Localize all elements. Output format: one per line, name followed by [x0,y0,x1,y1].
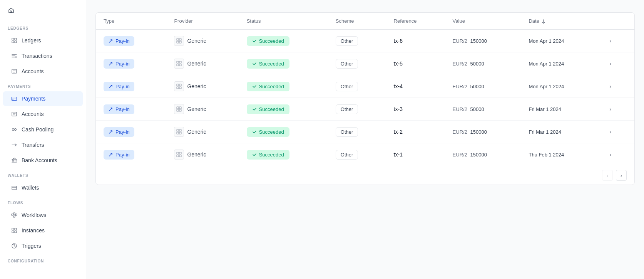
cell-value-4: EUR/2 150000 [445,121,521,143]
provider-icon-5 [174,150,184,160]
cell-status-2: Succeeded [239,75,328,98]
currency-1: EUR/2 [453,61,467,67]
svg-rect-39 [177,132,179,134]
sidebar-item-accounts-payments[interactable]: Accounts [3,107,83,121]
prev-page-button[interactable]: ‹ [602,170,613,181]
status-badge-3: Succeeded [247,104,289,114]
svg-rect-33 [177,107,179,109]
pay-in-badge-2: Pay-in [104,82,134,91]
sidebar-item-ledgers[interactable]: Ledgers [3,33,83,48]
date-sort[interactable]: Date [529,18,545,24]
sidebar-item-transactions[interactable]: Transactions [3,49,83,63]
svg-rect-2 [15,38,17,40]
col-reference: Reference [386,13,445,30]
col-provider: Provider [166,13,239,30]
cell-provider-3: Generic [166,98,239,121]
workflows-icon [11,212,18,218]
cell-action-2: › [599,75,634,98]
table-row: Pay-in Generic [96,98,634,121]
home-icon [8,7,15,14]
triggers-label: Triggers [22,243,41,249]
section-ledgers: LEDGERS [0,21,86,33]
cell-type-5: Pay-in [96,143,166,166]
svg-rect-27 [177,64,179,66]
svg-rect-16 [12,228,14,230]
ledgers-icon [11,37,18,44]
svg-rect-24 [179,41,181,43]
sidebar: LEDGERS Ledgers Transactions [0,0,86,279]
amount-0: 150000 [470,38,487,44]
cell-status-1: Succeeded [239,52,328,75]
cell-date-5: Thu Feb 1 2024 [521,143,599,166]
row-detail-button-1[interactable]: › [606,59,614,68]
provider-name-5: Generic [187,151,206,158]
transactions-icon [11,52,18,59]
sidebar-item-triggers[interactable]: Triggers [3,239,83,253]
cell-action-0: › [599,30,634,52]
row-detail-button-5[interactable]: › [606,150,614,159]
cell-reference-3: tx-3 [386,98,445,121]
cell-reference-1: tx-5 [386,52,445,75]
svg-rect-44 [179,155,181,157]
row-detail-button-3[interactable]: › [606,104,614,114]
cell-status-5: Succeeded [239,143,328,166]
pay-in-badge-4: Pay-in [104,127,134,137]
pay-in-badge-1: Pay-in [104,59,134,69]
svg-point-10 [15,129,17,131]
pay-in-badge-3: Pay-in [104,104,134,114]
cell-action-4: › [599,121,634,143]
accounts-icon [11,68,18,75]
sidebar-item-payments[interactable]: Payments [3,91,83,106]
cell-provider-5: Generic [166,143,239,166]
row-detail-button-0[interactable]: › [606,36,614,45]
table-body: Pay-in Generic [96,30,634,166]
instances-label: Instances [22,227,45,234]
svg-rect-26 [179,61,181,63]
sidebar-item-cash-pooling[interactable]: Cash Pooling [3,122,83,137]
workflows-label: Workflows [22,212,46,218]
next-page-button[interactable]: › [616,170,627,181]
cashpooling-icon [11,126,18,133]
sidebar-item-instances[interactable]: Instances [3,223,83,238]
cell-action-3: › [599,98,634,121]
svg-rect-4 [15,41,17,43]
cell-type-4: Pay-in [96,121,166,143]
cell-action-1: › [599,52,634,75]
status-badge-5: Succeeded [247,150,289,160]
triggers-icon [11,242,18,249]
svg-point-9 [12,129,14,131]
svg-rect-25 [177,61,179,63]
svg-rect-17 [15,228,17,230]
table-row: Pay-in Generic [96,52,634,75]
pagination: ‹ › [96,166,634,185]
col-scheme: Scheme [328,13,386,30]
sidebar-item-overview[interactable] [0,0,86,21]
col-value: Value [445,13,521,30]
cell-status-3: Succeeded [239,98,328,121]
sidebar-item-workflows[interactable]: Workflows [3,208,83,222]
section-payments: PAYMENTS [0,79,86,91]
row-detail-button-2[interactable]: › [606,82,614,91]
currency-5: EUR/2 [453,152,467,158]
pay-in-badge-0: Pay-in [104,36,134,46]
payments-icon [11,95,18,102]
col-date[interactable]: Date [521,13,599,30]
svg-rect-28 [179,64,181,66]
svg-rect-36 [179,109,181,111]
col-type: Type [96,13,166,30]
table-row: Pay-in Generic [96,75,634,98]
svg-rect-8 [12,112,17,116]
sidebar-item-bank-accounts[interactable]: Bank Accounts [3,153,83,168]
sidebar-item-transfers[interactable]: Transfers [3,138,83,152]
cell-scheme-4: Other [328,121,386,143]
row-detail-button-4[interactable]: › [606,127,614,136]
cell-action-5: › [599,143,634,166]
cell-date-1: Mon Apr 1 2024 [521,52,599,75]
svg-rect-22 [179,39,181,40]
scheme-badge-1: Other [336,59,358,69]
sidebar-item-wallets[interactable]: Wallets [3,180,83,195]
currency-2: EUR/2 [453,84,467,89]
instances-icon [11,227,18,234]
sidebar-item-accounts-ledger[interactable]: Accounts [3,64,83,79]
cell-date-2: Mon Apr 1 2024 [521,75,599,98]
